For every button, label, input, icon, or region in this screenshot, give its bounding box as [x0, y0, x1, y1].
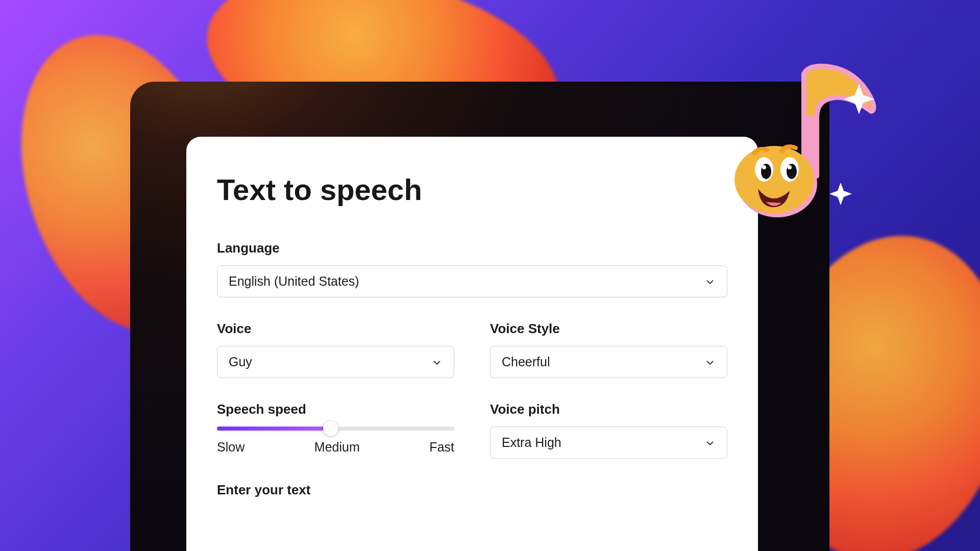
voice-style-value: Cheerful: [502, 355, 550, 369]
speed-tick-fast: Fast: [429, 440, 454, 455]
speed-slider-fill: [217, 427, 331, 431]
speed-slider-labels: Slow Medium Fast: [217, 440, 454, 455]
speed-section: Speech speed Slow Medium Fast: [217, 402, 454, 459]
speed-tick-medium: Medium: [314, 440, 360, 455]
voice-style-label: Voice Style: [490, 321, 727, 337]
chevron-down-icon: [704, 437, 716, 448]
text-input-section: Enter your text: [217, 482, 727, 498]
pitch-label: Voice pitch: [490, 402, 727, 417]
voice-value: Guy: [229, 355, 252, 369]
tts-panel: Text to speech Language English (United …: [186, 137, 758, 551]
voice-section: Voice Guy: [217, 321, 454, 378]
page-title: Text to speech: [217, 172, 727, 207]
background: Text to speech Language English (United …: [0, 0, 980, 551]
pitch-select[interactable]: Extra High: [490, 427, 727, 459]
pitch-section: Voice pitch Extra High: [490, 402, 727, 459]
voice-select[interactable]: Guy: [217, 346, 454, 378]
speed-tick-slow: Slow: [217, 440, 244, 455]
chevron-down-icon: [704, 357, 716, 368]
speed-slider-thumb[interactable]: [323, 421, 338, 436]
language-select[interactable]: English (United States): [217, 265, 727, 297]
chevron-down-icon: [431, 357, 443, 368]
voice-style-section: Voice Style Cheerful: [490, 321, 727, 378]
language-label: Language: [217, 240, 727, 256]
language-section: Language English (United States): [217, 240, 727, 297]
voice-style-select[interactable]: Cheerful: [490, 346, 727, 378]
text-input-label: Enter your text: [217, 482, 727, 498]
speed-label: Speech speed: [217, 402, 454, 417]
chevron-down-icon: [704, 276, 716, 287]
pitch-value: Extra High: [502, 435, 561, 450]
voice-label: Voice: [217, 321, 454, 337]
speed-slider[interactable]: [217, 427, 454, 431]
language-value: English (United States): [229, 274, 359, 289]
